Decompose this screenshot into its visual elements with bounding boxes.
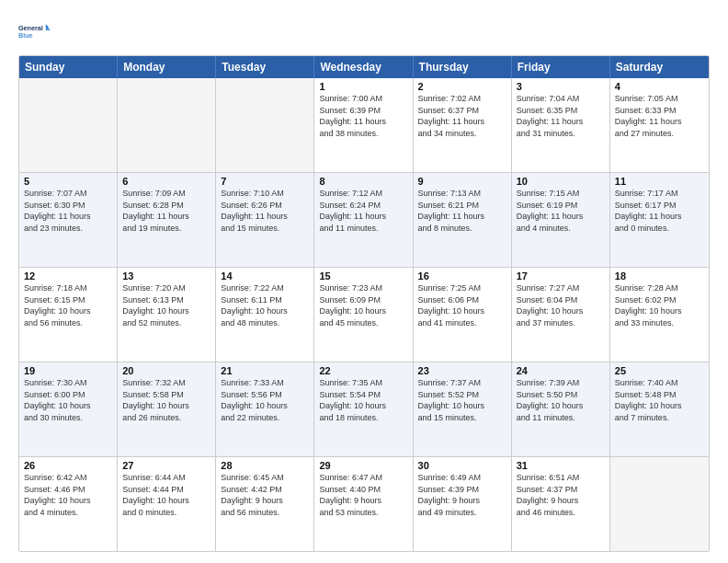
day-number: 1 <box>319 81 407 92</box>
calendar-week: 5Sunrise: 7:07 AM Sunset: 6:30 PM Daylig… <box>19 173 709 268</box>
day-info: Sunrise: 7:25 AM Sunset: 6:06 PM Dayligh… <box>418 282 506 328</box>
day-number: 27 <box>122 460 210 471</box>
calendar-day: 4Sunrise: 7:05 AM Sunset: 6:33 PM Daylig… <box>610 78 709 172</box>
day-info: Sunrise: 6:49 AM Sunset: 4:39 PM Dayligh… <box>418 472 506 518</box>
calendar-page: General Blue SundayMondayTuesdayWednesda… <box>0 0 728 563</box>
day-info: Sunrise: 7:09 AM Sunset: 6:28 PM Dayligh… <box>122 188 210 234</box>
day-info: Sunrise: 6:47 AM Sunset: 4:40 PM Dayligh… <box>319 472 407 518</box>
day-number: 13 <box>122 270 210 282</box>
svg-text:General: General <box>18 24 43 32</box>
day-info: Sunrise: 7:07 AM Sunset: 6:30 PM Dayligh… <box>24 188 112 234</box>
day-number: 7 <box>221 176 309 187</box>
weekday-header: Sunday <box>19 56 118 78</box>
day-info: Sunrise: 7:18 AM Sunset: 6:15 PM Dayligh… <box>24 282 112 328</box>
calendar-week: 26Sunrise: 6:42 AM Sunset: 4:46 PM Dayli… <box>19 457 709 551</box>
calendar-day: 18Sunrise: 7:28 AM Sunset: 6:02 PM Dayli… <box>610 268 709 362</box>
calendar-day: 19Sunrise: 7:30 AM Sunset: 6:00 PM Dayli… <box>19 362 118 456</box>
calendar-empty-cell <box>216 78 314 172</box>
day-info: Sunrise: 6:51 AM Sunset: 4:37 PM Dayligh… <box>517 472 605 518</box>
weekday-header: Wednesday <box>314 56 413 78</box>
calendar-day: 25Sunrise: 7:40 AM Sunset: 5:48 PM Dayli… <box>610 362 709 456</box>
day-number: 15 <box>319 270 407 282</box>
day-number: 3 <box>517 81 605 92</box>
day-number: 4 <box>615 81 704 92</box>
weekday-header: Friday <box>512 56 610 78</box>
day-number: 2 <box>418 81 506 92</box>
calendar-empty-cell <box>118 78 216 172</box>
calendar-day: 12Sunrise: 7:18 AM Sunset: 6:15 PM Dayli… <box>19 268 118 362</box>
day-info: Sunrise: 7:27 AM Sunset: 6:04 PM Dayligh… <box>517 282 605 328</box>
day-number: 22 <box>319 365 407 376</box>
day-info: Sunrise: 7:32 AM Sunset: 5:58 PM Dayligh… <box>122 377 210 423</box>
day-info: Sunrise: 7:00 AM Sunset: 6:39 PM Dayligh… <box>319 93 407 139</box>
calendar-empty-cell <box>19 78 118 172</box>
calendar-week: 1Sunrise: 7:00 AM Sunset: 6:39 PM Daylig… <box>19 78 709 173</box>
day-number: 19 <box>24 365 112 376</box>
calendar-day: 27Sunrise: 6:44 AM Sunset: 4:44 PM Dayli… <box>118 457 216 551</box>
weekday-header: Thursday <box>414 56 512 78</box>
day-number: 9 <box>418 176 506 187</box>
day-info: Sunrise: 6:44 AM Sunset: 4:44 PM Dayligh… <box>122 472 210 518</box>
calendar: SundayMondayTuesdayWednesdayThursdayFrid… <box>18 55 710 552</box>
day-info: Sunrise: 7:22 AM Sunset: 6:11 PM Dayligh… <box>221 282 309 328</box>
calendar-day: 5Sunrise: 7:07 AM Sunset: 6:30 PM Daylig… <box>19 173 118 267</box>
weekday-header: Tuesday <box>216 56 314 78</box>
day-number: 30 <box>418 460 506 471</box>
weekday-header: Saturday <box>610 56 709 78</box>
day-number: 18 <box>615 270 704 282</box>
calendar-day: 20Sunrise: 7:32 AM Sunset: 5:58 PM Dayli… <box>118 362 216 456</box>
calendar-day: 6Sunrise: 7:09 AM Sunset: 6:28 PM Daylig… <box>118 173 216 267</box>
day-info: Sunrise: 6:45 AM Sunset: 4:42 PM Dayligh… <box>221 472 309 518</box>
day-info: Sunrise: 7:28 AM Sunset: 6:02 PM Dayligh… <box>615 282 704 328</box>
day-number: 5 <box>24 176 112 187</box>
logo-svg: General Blue <box>18 15 51 48</box>
calendar-header: SundayMondayTuesdayWednesdayThursdayFrid… <box>19 56 709 78</box>
calendar-day: 24Sunrise: 7:39 AM Sunset: 5:50 PM Dayli… <box>512 362 610 456</box>
day-info: Sunrise: 7:04 AM Sunset: 6:35 PM Dayligh… <box>517 93 605 139</box>
calendar-day: 22Sunrise: 7:35 AM Sunset: 5:54 PM Dayli… <box>314 362 413 456</box>
day-number: 14 <box>221 270 309 282</box>
day-info: Sunrise: 7:17 AM Sunset: 6:17 PM Dayligh… <box>615 188 704 234</box>
calendar-day: 13Sunrise: 7:20 AM Sunset: 6:13 PM Dayli… <box>118 268 216 362</box>
day-number: 20 <box>122 365 210 376</box>
day-number: 24 <box>517 365 605 376</box>
day-info: Sunrise: 7:15 AM Sunset: 6:19 PM Dayligh… <box>517 188 605 234</box>
calendar-day: 11Sunrise: 7:17 AM Sunset: 6:17 PM Dayli… <box>610 173 709 267</box>
day-number: 25 <box>615 365 704 376</box>
day-number: 11 <box>615 176 704 187</box>
calendar-empty-cell <box>610 457 709 551</box>
calendar-day: 16Sunrise: 7:25 AM Sunset: 6:06 PM Dayli… <box>414 268 512 362</box>
logo: General Blue <box>18 15 51 48</box>
calendar-day: 30Sunrise: 6:49 AM Sunset: 4:39 PM Dayli… <box>414 457 512 551</box>
day-number: 8 <box>319 176 407 187</box>
day-number: 23 <box>418 365 506 376</box>
day-info: Sunrise: 7:33 AM Sunset: 5:56 PM Dayligh… <box>221 377 309 423</box>
day-number: 16 <box>418 270 506 282</box>
day-info: Sunrise: 7:39 AM Sunset: 5:50 PM Dayligh… <box>517 377 605 423</box>
calendar-day: 29Sunrise: 6:47 AM Sunset: 4:40 PM Dayli… <box>314 457 413 551</box>
day-info: Sunrise: 7:30 AM Sunset: 6:00 PM Dayligh… <box>24 377 112 423</box>
day-number: 21 <box>221 365 309 376</box>
calendar-day: 26Sunrise: 6:42 AM Sunset: 4:46 PM Dayli… <box>19 457 118 551</box>
calendar-day: 15Sunrise: 7:23 AM Sunset: 6:09 PM Dayli… <box>314 268 413 362</box>
weekday-header: Monday <box>118 56 216 78</box>
calendar-day: 10Sunrise: 7:15 AM Sunset: 6:19 PM Dayli… <box>512 173 610 267</box>
day-info: Sunrise: 6:42 AM Sunset: 4:46 PM Dayligh… <box>24 472 112 518</box>
calendar-day: 31Sunrise: 6:51 AM Sunset: 4:37 PM Dayli… <box>512 457 610 551</box>
day-number: 10 <box>517 176 605 187</box>
day-info: Sunrise: 7:20 AM Sunset: 6:13 PM Dayligh… <box>122 282 210 328</box>
calendar-day: 2Sunrise: 7:02 AM Sunset: 6:37 PM Daylig… <box>414 78 512 172</box>
calendar-day: 9Sunrise: 7:13 AM Sunset: 6:21 PM Daylig… <box>414 173 512 267</box>
day-info: Sunrise: 7:35 AM Sunset: 5:54 PM Dayligh… <box>319 377 407 423</box>
calendar-day: 7Sunrise: 7:10 AM Sunset: 6:26 PM Daylig… <box>216 173 314 267</box>
day-info: Sunrise: 7:02 AM Sunset: 6:37 PM Dayligh… <box>418 93 506 139</box>
calendar-day: 17Sunrise: 7:27 AM Sunset: 6:04 PM Dayli… <box>512 268 610 362</box>
day-info: Sunrise: 7:10 AM Sunset: 6:26 PM Dayligh… <box>221 188 309 234</box>
calendar-day: 1Sunrise: 7:00 AM Sunset: 6:39 PM Daylig… <box>314 78 413 172</box>
day-number: 12 <box>24 270 112 282</box>
calendar-day: 3Sunrise: 7:04 AM Sunset: 6:35 PM Daylig… <box>512 78 610 172</box>
calendar-day: 28Sunrise: 6:45 AM Sunset: 4:42 PM Dayli… <box>216 457 314 551</box>
day-number: 31 <box>517 460 605 471</box>
day-info: Sunrise: 7:23 AM Sunset: 6:09 PM Dayligh… <box>319 282 407 328</box>
day-number: 29 <box>319 460 407 471</box>
